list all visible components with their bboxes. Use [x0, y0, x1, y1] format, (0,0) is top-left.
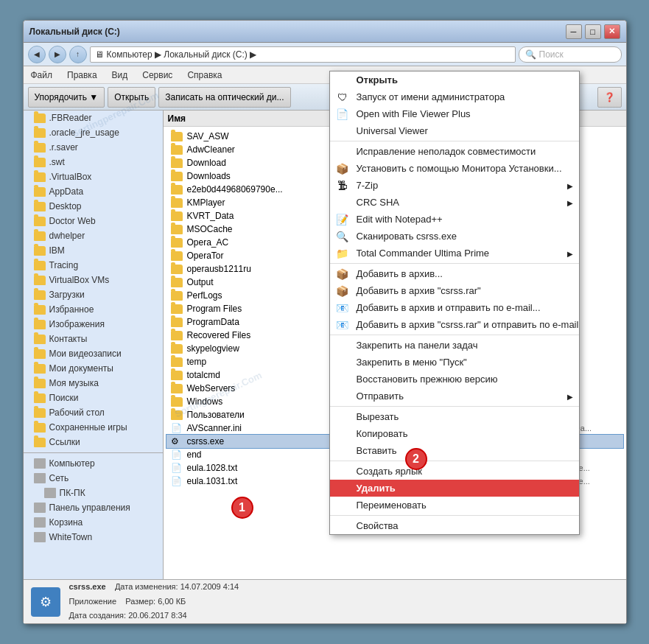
sidebar: .FBReader .oracle_jre_usage .r.saver .sw… [24, 111, 164, 579]
sidebar-item-pcpc[interactable]: ПК-ПК [24, 486, 163, 500]
ctx-universal[interactable]: Universal Viewer [330, 122, 579, 139]
sidebar-item-ibm[interactable]: IBM [24, 243, 163, 258]
status-type: Приложение [69, 597, 117, 606]
sidebar-item-oracle[interactable]: .oracle_jre_usage [24, 125, 163, 140]
menu-edit[interactable]: Правка [64, 69, 100, 82]
sidebar-item-tracing[interactable]: Tracing [24, 258, 163, 273]
ctx-crcsha[interactable]: CRC SHA ▶ [330, 194, 579, 211]
ctx-run-admin[interactable]: 🛡 Запуск от имени администратора [330, 88, 579, 105]
rar-icon: 📦 [336, 284, 349, 298]
ctx-add-email[interactable]: 📧 Добавить в архив и отправить по e-mail… [330, 299, 579, 316]
status-icon: ⚙ [31, 587, 60, 617]
breadcrumb[interactable]: 🖥 Компьютер ▶ Локальный диск (C:) ▶ [90, 46, 516, 63]
sidebar-item-drweb[interactable]: Doctor Web [24, 214, 163, 228]
sidebar-item-search[interactable]: Поиски [24, 391, 163, 405]
computer-icon [44, 488, 56, 498]
folder-icon [171, 331, 183, 340]
sidebar-item-vbox[interactable]: .VirtualBox [24, 169, 163, 184]
folder-icon [34, 276, 46, 285]
folder-icon [34, 187, 46, 197]
ctx-paste[interactable]: Вставить [330, 442, 579, 459]
ctx-scan[interactable]: 🔍 Сканировать csrss.exe [330, 228, 579, 245]
ctx-install[interactable]: 📦 Установить с помощью Монитора Установк… [330, 160, 579, 177]
ctx-7zip[interactable]: 🗜 7-Zip ▶ [330, 177, 579, 194]
maximize-button[interactable]: □ [585, 24, 601, 39]
folder-icon [171, 384, 183, 393]
ctx-notepad[interactable]: 📝 Edit with Notepad++ [330, 211, 579, 228]
search-box[interactable]: 🔍 Поиск [519, 46, 622, 63]
ctx-cut[interactable]: Вырезать [330, 408, 579, 425]
folder-icon [34, 158, 46, 167]
folder-icon [34, 335, 46, 344]
menu-help[interactable]: Справка [184, 69, 225, 82]
sidebar-item-network[interactable]: Сеть [24, 471, 163, 486]
folder-icon [171, 265, 183, 274]
sidebar-item-music[interactable]: Моя музыка [24, 376, 163, 391]
sidebar-item-recycle[interactable]: Корзина [24, 515, 163, 530]
sidebar-item-vboxvms[interactable]: VirtualBox VMs [24, 273, 163, 287]
menu-file[interactable]: Файл [28, 69, 56, 82]
back-button[interactable]: ◀ [28, 46, 46, 63]
ctx-pin-taskbar[interactable]: Закрепить на панели задач [330, 337, 579, 354]
menu-service[interactable]: Сервис [139, 69, 175, 82]
ctx-open[interactable]: Открыть [330, 71, 579, 88]
sidebar-item-contacts[interactable]: Контакты [24, 332, 163, 346]
forward-button[interactable]: ▶ [49, 46, 66, 63]
folder-icon [34, 305, 46, 315]
computer-icon [34, 458, 46, 469]
folder-icon [34, 393, 46, 403]
ctx-totalcmd[interactable]: 📁 Total Commander Ultima Prime ▶ [330, 245, 579, 262]
folder-icon [171, 145, 183, 155]
sidebar-item-whitetown[interactable]: WhiteTown [24, 530, 163, 545]
sidebar-item-dwhelper[interactable]: dwhelper [24, 228, 163, 243]
sidebar-item-rsaver[interactable]: .r.saver [24, 140, 163, 155]
minimize-button[interactable]: ─ [566, 24, 582, 39]
ctx-rename[interactable]: Переименовать [330, 497, 579, 514]
folder-icon [34, 379, 46, 388]
ctx-delete[interactable]: Удалить [330, 480, 579, 497]
open-button[interactable]: Открыть [108, 87, 155, 108]
ctx-send[interactable]: Отправить ▶ [330, 388, 579, 405]
status-info: csrss.exe Дата изменения: 14.07.2009 4:1… [69, 580, 239, 623]
ctx-sep6 [330, 515, 579, 516]
ctx-properties[interactable]: Свойства [330, 517, 579, 534]
close-button[interactable]: ✕ [604, 24, 620, 39]
archive-icon: 🗜 [336, 179, 349, 192]
sidebar-item-links[interactable]: Ссылки [24, 435, 163, 449]
sidebar-item-appdata[interactable]: AppData [24, 184, 163, 199]
sidebar-item-images[interactable]: Изображения [24, 317, 163, 332]
ctx-restore-version[interactable]: Восстановить прежнюю версию [330, 371, 579, 388]
ctx-add-archive[interactable]: 📦 Добавить в архив... [330, 265, 579, 282]
folder-icon [171, 158, 183, 168]
ctx-create-shortcut[interactable]: Создать ярлык [330, 463, 579, 480]
sidebar-item-favorites[interactable]: Избранное [24, 302, 163, 317]
sidebar-item-downloads2[interactable]: Загрузки [24, 287, 163, 302]
sidebar-item-swt[interactable]: .swt [24, 155, 163, 169]
folder-icon [171, 172, 183, 181]
search-icon: 🔍 [525, 49, 536, 60]
help-button[interactable]: ❓ [597, 87, 622, 108]
status-date-label: Дата изменения: [115, 582, 178, 591]
sidebar-item-desktop[interactable]: Desktop [24, 199, 163, 214]
burn-button[interactable]: Записать на оптический ди... [158, 87, 290, 108]
sidebar-item-fbr[interactable]: .FBReader [24, 111, 163, 125]
controlpanel-icon [34, 503, 46, 513]
up-button[interactable]: ↑ [69, 46, 87, 63]
ctx-fileviewer[interactable]: 📄 Open with File Viewer Plus [330, 105, 579, 122]
sidebar-item-controlpanel[interactable]: Панель управления [24, 500, 163, 515]
sidebar-item-desktop2[interactable]: Рабочий стол [24, 405, 163, 420]
explorer-window: Локальный диск (C:) ─ □ ✕ ◀ ▶ ↑ 🖥 Компью… [23, 20, 627, 624]
ctx-add-rar-email[interactable]: 📧 Добавить в архив "csrss.rar" и отправи… [330, 316, 579, 333]
ctx-compat[interactable]: Исправление неполадок совместимости [330, 143, 579, 160]
sidebar-item-videos[interactable]: Мои видеозаписи [24, 346, 163, 361]
context-menu: Открыть 🛡 Запуск от имени администратора… [329, 71, 580, 535]
sidebar-item-computer[interactable]: Компьютер [24, 456, 163, 471]
organize-button[interactable]: Упорядочить ▼ [28, 87, 105, 108]
sidebar-item-docs[interactable]: Мои документы [24, 361, 163, 376]
menu-view[interactable]: Вид [109, 69, 131, 82]
ctx-pin-start[interactable]: Закрепить в меню "Пуск" [330, 354, 579, 371]
scan-icon: 🔍 [336, 230, 349, 243]
ctx-add-rar[interactable]: 📦 Добавить в архив "csrss.rar" [330, 282, 579, 299]
sidebar-item-savedgames[interactable]: Сохраненные игры [24, 420, 163, 435]
ctx-copy[interactable]: Копировать [330, 425, 579, 442]
